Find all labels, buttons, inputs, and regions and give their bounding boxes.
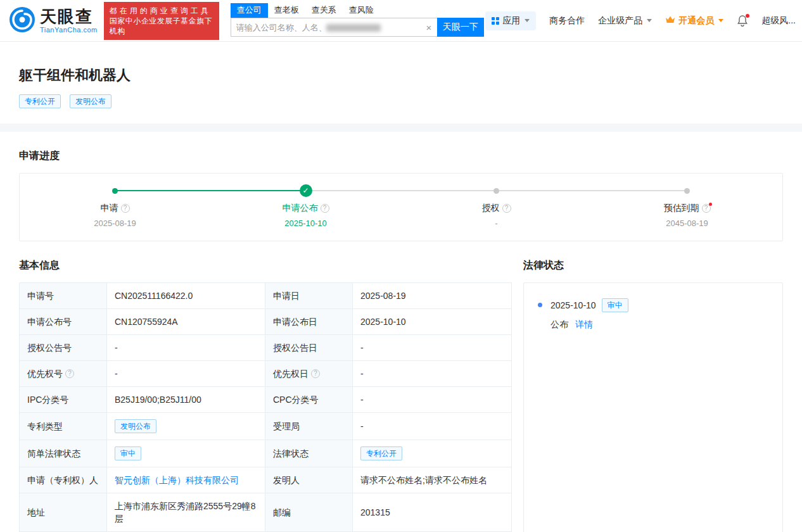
logo-domain: TianYanCha.com	[40, 27, 98, 34]
field-label: 优先权日?	[265, 361, 353, 387]
nav-vip-upgrade[interactable]: 开通会员	[665, 15, 723, 27]
basic-info-section: 基本信息 申请号 CN202511166422.0 申请日 2025-08-19…	[19, 241, 512, 532]
step-date: 2025-10-10	[210, 218, 401, 228]
step-date: -	[401, 218, 592, 228]
table-row: 优先权号? - 优先权日? -	[20, 361, 512, 387]
nav-super-risk[interactable]: 超级风...	[761, 15, 796, 27]
progress-step-apply: 申请? 2025-08-19	[20, 184, 210, 228]
table-row: 简单法律状态 审中 法律状态 专利公开	[20, 440, 512, 467]
legal-status-date: 2025-10-10	[551, 300, 596, 310]
top-header: 天眼查 TianYanCha.com 都在用的商业查询工具 国家中小企业发展子基…	[0, 0, 802, 42]
legal-status-item: 2025-10-10 审中 公布 详情	[538, 298, 768, 331]
patent-tags: 专利公开 发明公布	[19, 94, 783, 108]
search-tab-boss[interactable]: 查老板	[268, 3, 305, 18]
field-value: -	[107, 335, 265, 361]
legal-status-tag: 审中	[602, 298, 628, 312]
field-value: 专利公开	[353, 440, 512, 467]
search-input[interactable]	[231, 23, 421, 32]
legal-event-label: 公布	[551, 319, 568, 329]
field-value: 上海市浦东新区秀浦路2555号29幢8层	[107, 493, 265, 532]
search-tab-company[interactable]: 查公司	[231, 3, 268, 18]
field-label: 申请日	[265, 283, 353, 309]
progress-timeline: 申请? 2025-08-19 ✓ 申请公布? 2025-10-10 授权? -	[20, 184, 782, 228]
progress-card: 申请? 2025-08-19 ✓ 申请公布? 2025-10-10 授权? -	[19, 173, 783, 241]
field-label: 申请公布号	[20, 309, 107, 335]
caret-down-icon	[718, 19, 723, 22]
table-row: 申请（专利权）人 智元创新（上海）科技有限公司 发明人 请求不公布姓名;请求不公…	[20, 467, 512, 493]
progress-step-expiry: 预估到期? 2045-08-19	[592, 184, 782, 228]
legal-status-section: 法律状态 2025-10-10 审中 公布 详情	[523, 241, 783, 532]
notification-bell-icon[interactable]	[737, 15, 748, 27]
promo-banner-line1: 都在用的商业查询工具	[110, 6, 213, 16]
patent-type-tag: 发明公布	[115, 419, 156, 433]
field-value: -	[107, 361, 265, 387]
legal-status-tag: 专利公开	[360, 446, 402, 460]
field-label: 授权公告日	[265, 335, 353, 361]
step-date: 2045-08-19	[592, 218, 782, 228]
nav-apps[interactable]: 应用	[485, 11, 536, 30]
field-value: 请求不公布姓名;请求不公布姓名	[353, 467, 512, 493]
simple-legal-status-tag: 审中	[115, 446, 141, 460]
help-icon[interactable]: ?	[702, 204, 711, 213]
legal-status-heading: 法律状态	[523, 259, 783, 272]
field-value: 2025-08-19	[353, 283, 512, 309]
promo-banner-line2: 国家中小企业发展子基金旗下机构	[110, 16, 213, 36]
notification-dot	[746, 14, 749, 18]
nav-enterprise-products[interactable]: 企业级产品	[598, 15, 652, 27]
caret-down-icon	[647, 19, 652, 22]
nav-business-cooperation[interactable]: 商务合作	[549, 15, 585, 27]
tianyancha-logo[interactable]: 天眼查 TianYanCha.com	[9, 6, 98, 35]
field-value: 2025-10-10	[353, 309, 512, 335]
crown-icon	[665, 15, 675, 26]
field-label: CPC分类号	[265, 387, 353, 413]
step-dot-done-icon	[112, 188, 118, 194]
applicant-company-link[interactable]: 智元创新（上海）科技有限公司	[115, 474, 239, 486]
bullet-icon	[538, 303, 542, 307]
main-content: 申请进度 申请? 2025-08-19 ✓ 申请公布? 2025-10-10	[0, 149, 802, 532]
table-row: 专利类型 发明公布 受理局 -	[20, 413, 512, 440]
field-label: 申请（专利权）人	[20, 467, 107, 493]
field-label: 专利类型	[20, 413, 107, 440]
clear-icon[interactable]: ×	[421, 22, 437, 33]
patent-tag-invention: 发明公布	[70, 94, 111, 108]
basic-info-heading: 基本信息	[19, 259, 512, 272]
help-icon[interactable]: ?	[502, 204, 511, 213]
top-navigation: 应用 商务合作 企业级产品 开通会员 超级风...	[485, 11, 796, 30]
field-value: -	[353, 413, 512, 440]
legal-status-panel: 2025-10-10 审中 公布 详情	[523, 282, 783, 532]
field-value: 智元创新（上海）科技有限公司	[107, 467, 265, 493]
logo-brand: 天眼查	[40, 8, 98, 25]
help-icon[interactable]: ?	[65, 369, 74, 378]
field-label: 优先权号?	[20, 361, 107, 387]
help-icon[interactable]: ?	[121, 204, 130, 213]
field-label: 授权公告号	[20, 335, 107, 361]
progress-step-grant: 授权? -	[401, 184, 592, 228]
application-progress-section: 申请进度 申请? 2025-08-19 ✓ 申请公布? 2025-10-10	[19, 149, 783, 241]
search-tab-relation[interactable]: 查关系	[305, 3, 343, 18]
field-label: 邮编	[265, 493, 353, 532]
progress-heading: 申请进度	[19, 149, 783, 163]
table-row: 地址 上海市浦东新区秀浦路2555号29幢8层 邮编 201315	[20, 493, 512, 532]
table-row: 申请公布号 CN120755924A 申请公布日 2025-10-10	[20, 309, 512, 335]
field-value: -	[353, 361, 512, 387]
help-icon[interactable]: ?	[311, 369, 320, 378]
step-dot-pending-icon	[493, 188, 499, 194]
patent-title-block: 躯干组件和机器人 专利公开 发明公布	[0, 42, 802, 124]
legal-detail-link[interactable]: 详情	[575, 319, 593, 329]
search-box: ×	[231, 18, 437, 37]
field-label: 受理局	[265, 413, 353, 440]
search-button[interactable]: 天眼一下	[437, 18, 484, 37]
field-value: -	[353, 335, 512, 361]
field-label: 简单法律状态	[20, 440, 107, 467]
field-value: CN202511166422.0	[107, 283, 265, 309]
table-row: 授权公告号 - 授权公告日 -	[20, 335, 512, 361]
field-value: B25J19/00;B25J11/00	[107, 387, 265, 413]
section-divider	[0, 124, 802, 132]
search-tab-risk[interactable]: 查风险	[343, 3, 380, 18]
promo-banner: 都在用的商业查询工具 国家中小企业发展子基金旗下机构	[104, 2, 219, 40]
progress-step-publication: ✓ 申请公布? 2025-10-10	[210, 184, 401, 228]
table-row: 申请号 CN202511166422.0 申请日 2025-08-19	[20, 283, 512, 309]
help-icon[interactable]: ?	[321, 204, 329, 213]
field-label: 发明人	[265, 467, 353, 493]
step-check-icon: ✓	[300, 184, 312, 197]
